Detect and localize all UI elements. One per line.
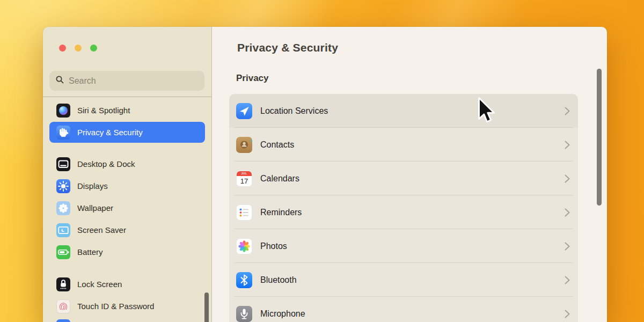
privacy-settings-list: Location Services Contacts JUL 17 Calend… (229, 94, 578, 322)
row-microphone[interactable]: Microphone (229, 297, 578, 322)
sidebar-item-label: Battery (77, 247, 103, 257)
chevron-right-icon (564, 140, 570, 150)
search-placeholder: Search (69, 76, 96, 86)
chevron-right-icon (564, 106, 570, 116)
row-label: Reminders (260, 208, 302, 217)
sidebar-item-battery[interactable]: Battery (49, 241, 205, 263)
microphone-icon (236, 306, 252, 322)
system-settings-window: Search Siri & Spotlight (43, 27, 607, 322)
main-scrollbar[interactable] (597, 69, 602, 206)
section-title-privacy: Privacy (236, 73, 269, 84)
photos-icon (236, 238, 252, 254)
sidebar-item-label: Wallpaper (77, 203, 113, 213)
minimize-button[interactable] (75, 45, 82, 52)
sidebar-item-label: Desktop & Dock (77, 159, 135, 169)
row-contacts[interactable]: Contacts (229, 128, 578, 162)
bluetooth-icon (236, 272, 252, 288)
search-icon (55, 75, 64, 86)
close-button[interactable] (59, 45, 66, 52)
row-location-services[interactable]: Location Services (229, 94, 578, 128)
row-label: Bluetooth (260, 275, 297, 285)
chevron-right-icon (564, 275, 570, 286)
sidebar-item-desktop-dock[interactable]: Desktop & Dock (49, 153, 205, 175)
users-groups-icon-partial (56, 319, 70, 322)
lock-icon (56, 277, 70, 291)
sidebar-item-privacy-security[interactable]: Privacy & Security (49, 122, 205, 143)
page-title: Privacy & Security (237, 41, 338, 54)
row-reminders[interactable]: Reminders (229, 195, 578, 229)
zoom-button[interactable] (90, 45, 97, 52)
sidebar-item-screen-saver[interactable]: Screen Saver (49, 219, 205, 241)
sidebar-item-label: Touch ID & Password (77, 302, 154, 311)
row-label: Photos (260, 241, 287, 251)
sidebar-item-label: Displays (77, 181, 108, 191)
touch-id-icon (56, 299, 70, 313)
location-services-icon (236, 103, 252, 119)
row-label: Location Services (260, 106, 328, 116)
sidebar-item-label: Lock Screen (77, 280, 122, 289)
sidebar-item-lock-screen[interactable]: Lock Screen (49, 273, 205, 295)
sidebar-item-label: Privacy & Security (77, 128, 143, 137)
traffic-lights (59, 45, 97, 52)
sidebar-item-touch-id-password[interactable]: Touch ID & Password (49, 295, 205, 317)
displays-sun-icon (56, 179, 70, 193)
contacts-icon (236, 137, 252, 153)
sidebar-header: Search (43, 27, 211, 97)
search-input[interactable]: Search (49, 71, 204, 91)
sidebar-item-wallpaper[interactable]: Wallpaper (49, 197, 205, 219)
sidebar-scrollbar[interactable] (204, 292, 209, 322)
wallpaper-flower-icon (56, 201, 70, 215)
row-label: Contacts (260, 140, 294, 150)
privacy-security-panel: Privacy & Security Privacy Location Serv… (212, 27, 607, 322)
row-label: Calendars (260, 174, 299, 184)
sidebar-list: Siri & Spotlight Pr (43, 97, 211, 322)
screen-saver-icon (56, 223, 70, 237)
row-photos[interactable]: Photos (229, 229, 578, 263)
sidebar-item-siri-spotlight[interactable]: Siri & Spotlight (49, 99, 205, 121)
reminders-icon (236, 204, 252, 221)
row-calendars[interactable]: JUL 17 Calendars (229, 162, 578, 195)
sidebar-item-label: Siri & Spotlight (77, 106, 130, 115)
calendars-icon: JUL 17 (236, 171, 252, 187)
sidebar-item-displays[interactable]: Displays (49, 175, 205, 197)
sidebar-item-label: Screen Saver (77, 225, 126, 235)
chevron-right-icon (564, 173, 570, 184)
chevron-right-icon (564, 309, 570, 319)
battery-icon (56, 245, 70, 259)
desktop-dock-icon (56, 157, 70, 171)
calendar-day: 17 (237, 176, 252, 186)
privacy-hand-icon (56, 126, 70, 140)
sidebar: Search Siri & Spotlight (43, 27, 212, 322)
row-label: Microphone (260, 309, 305, 319)
siri-icon (56, 104, 70, 118)
chevron-right-icon (564, 207, 570, 218)
calendar-month: JUL (237, 171, 252, 176)
chevron-right-icon (564, 241, 570, 252)
row-bluetooth[interactable]: Bluetooth (229, 263, 578, 297)
